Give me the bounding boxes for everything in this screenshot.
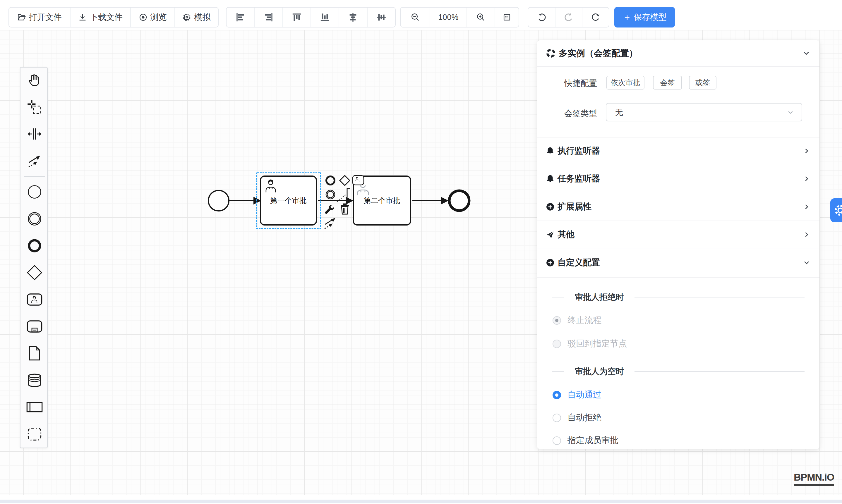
- quick-btn-countersign[interactable]: 会签: [653, 76, 682, 90]
- context-pad-delete-trash[interactable]: [339, 202, 350, 215]
- section-task-listener[interactable]: 任务监听器: [537, 165, 820, 193]
- chevron-right-icon: [803, 175, 811, 183]
- context-pad-append-intermediate-event[interactable]: [325, 189, 336, 200]
- align-center-horizontal-button[interactable]: [339, 7, 367, 27]
- hand-tool[interactable]: [20, 70, 48, 90]
- create-user-task[interactable]: [20, 289, 48, 310]
- quick-btn-sequential[interactable]: 依次审批: [607, 76, 645, 90]
- start-event-icon: [27, 184, 42, 199]
- context-pad-append-user-task[interactable]: [352, 175, 364, 185]
- group-icon: [27, 427, 42, 442]
- align-center-vertical-button[interactable]: [368, 7, 395, 27]
- create-end-event[interactable]: [20, 235, 48, 256]
- reset-icon: [591, 13, 600, 22]
- zoom-level-label: 100%: [438, 13, 458, 22]
- section-other[interactable]: 其他: [537, 220, 820, 248]
- properties-panel: 多实例（会签配置） 快捷配置 依次审批 会签 或签 会签类型 无 执行监听器 任…: [537, 40, 820, 449]
- context-pad-replace-wrench[interactable]: [324, 203, 336, 215]
- zoom-out-button[interactable]: [401, 7, 429, 27]
- download-file-button[interactable]: 下载文件: [71, 7, 130, 27]
- divider-line: [552, 371, 564, 372]
- create-data-store[interactable]: [20, 370, 48, 391]
- bpmn-palette: [20, 67, 48, 448]
- align-left-button[interactable]: [227, 7, 254, 27]
- end-event[interactable]: [449, 191, 469, 211]
- history-toolbar-group: [528, 7, 609, 28]
- user-task-first-approval[interactable]: 第一个审批: [260, 176, 317, 226]
- context-pad-text-annotation[interactable]: [336, 187, 352, 203]
- create-group[interactable]: [20, 424, 48, 444]
- start-event[interactable]: [208, 191, 229, 211]
- chevron-right-icon: [803, 147, 811, 155]
- reset-button[interactable]: [582, 7, 609, 27]
- align-bottom-icon: [320, 12, 330, 22]
- undo-button[interactable]: [528, 7, 555, 27]
- download-file-label: 下载文件: [90, 12, 123, 23]
- radio-terminate-process[interactable]: 终止流程: [552, 314, 601, 326]
- create-intermediate-event[interactable]: [20, 209, 48, 229]
- align-top-button[interactable]: [283, 7, 311, 27]
- chevron-down-icon: [787, 109, 794, 116]
- redo-icon: [564, 13, 573, 22]
- quick-btn-orsign[interactable]: 或签: [689, 76, 716, 90]
- empty-group-title: 审批人为空时: [537, 366, 820, 377]
- align-center-vertical-icon: [376, 12, 386, 22]
- radio-label: 指定成员审批: [567, 435, 618, 446]
- align-left-icon: [235, 12, 245, 22]
- radio-auto-reject[interactable]: 自动拒绝: [552, 412, 601, 424]
- redo-button[interactable]: [556, 7, 582, 27]
- create-data-object[interactable]: [20, 343, 48, 364]
- divider: [537, 277, 820, 277]
- download-icon: [78, 13, 87, 22]
- radio-assign-member[interactable]: 指定成员审批: [552, 435, 618, 446]
- user-task-icon: [27, 293, 43, 306]
- section-label: 执行监听器: [558, 145, 803, 157]
- quick-btn-label: 会签: [660, 78, 675, 88]
- align-bottom-button[interactable]: [311, 7, 339, 27]
- radio-label: 驳回到指定节点: [567, 338, 627, 349]
- radio-label: 终止流程: [567, 314, 601, 326]
- lasso-tool[interactable]: [20, 97, 48, 117]
- zoom-out-icon: [410, 13, 420, 22]
- preview-button[interactable]: 浏览: [131, 7, 174, 27]
- chevron-down-icon: [803, 258, 811, 267]
- fit-viewport-icon: [502, 13, 512, 22]
- open-file-button[interactable]: 打开文件: [9, 7, 70, 27]
- divider-line: [634, 371, 805, 372]
- empty-title-text: 审批人为空时: [575, 366, 624, 377]
- connect-icon: [27, 153, 42, 168]
- end-event-icon: [27, 238, 42, 253]
- create-subprocess[interactable]: [20, 316, 48, 337]
- context-pad-connect-tool[interactable]: [323, 216, 337, 230]
- space-tool[interactable]: [20, 124, 48, 144]
- panel-header-multi-instance[interactable]: 多实例（会签配置）: [537, 40, 820, 66]
- fit-viewport-button[interactable]: [495, 7, 519, 27]
- create-gateway[interactable]: [20, 263, 48, 283]
- zoom-level[interactable]: 100%: [430, 7, 467, 27]
- simulate-button[interactable]: 模拟: [175, 7, 218, 27]
- settings-toggle-tab[interactable]: [830, 198, 842, 222]
- section-execution-listener[interactable]: 执行监听器: [537, 137, 820, 165]
- bpmn-io-watermark[interactable]: BPMN.iO: [794, 471, 834, 486]
- gear-icon: [832, 203, 842, 218]
- align-right-button[interactable]: [255, 7, 282, 27]
- section-custom-config[interactable]: 自定义配置: [537, 249, 820, 276]
- quick-config-label: 快捷配置: [537, 78, 597, 89]
- horizontal-scrollbar[interactable]: [0, 500, 842, 503]
- radio-auto-pass[interactable]: 自动通过: [552, 389, 601, 401]
- global-connect-tool[interactable]: [20, 151, 48, 171]
- quick-btn-label: 或签: [695, 78, 710, 88]
- chevron-down-icon[interactable]: [802, 49, 811, 58]
- save-model-button[interactable]: ＋ 保存模型: [614, 7, 675, 28]
- countersign-type-select[interactable]: 无: [606, 103, 802, 121]
- section-extended-properties[interactable]: 扩展属性: [537, 193, 820, 220]
- radio-disabled-checked: [552, 316, 561, 325]
- create-participant[interactable]: [20, 397, 48, 417]
- lasso-icon: [27, 100, 42, 115]
- create-start-event[interactable]: [20, 182, 48, 202]
- context-pad-append-end-event[interactable]: [325, 175, 336, 186]
- quick-btn-label: 依次审批: [611, 78, 640, 88]
- context-pad-append-gateway[interactable]: [339, 174, 351, 187]
- radio-return-to-node[interactable]: 驳回到指定节点: [552, 338, 627, 349]
- zoom-in-button[interactable]: [467, 7, 495, 27]
